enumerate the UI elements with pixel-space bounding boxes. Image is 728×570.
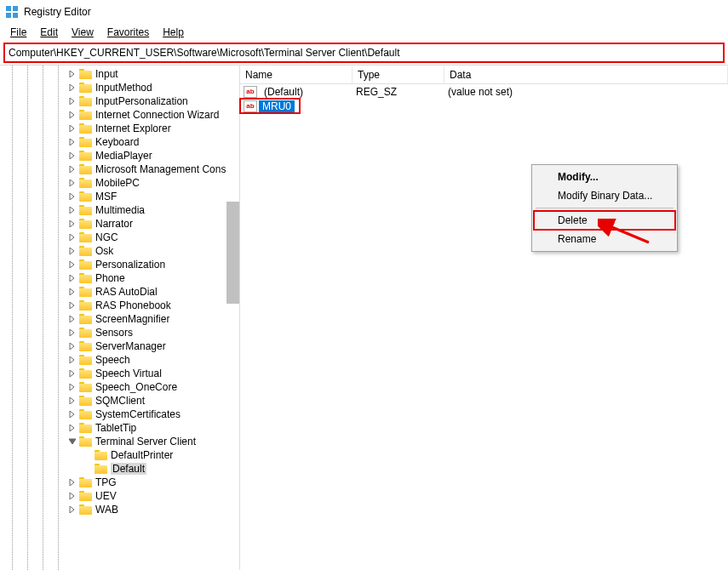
tree-item[interactable]: MobilePC [0, 176, 239, 190]
chevron-right-icon[interactable] [66, 177, 78, 189]
tree-item[interactable]: Speech [0, 353, 239, 367]
tree-item[interactable]: RAS Phonebook [0, 299, 239, 312]
tree-item[interactable]: MSF [0, 190, 239, 203]
folder-icon [79, 137, 92, 147]
cell-data: (value not set) [443, 86, 518, 98]
chevron-right-icon[interactable] [66, 136, 78, 148]
chevron-right-icon[interactable] [66, 163, 78, 175]
menu-edit[interactable]: Edit [33, 26, 65, 39]
chevron-right-icon[interactable] [66, 204, 78, 216]
menu-favorites[interactable]: Favorites [100, 26, 156, 39]
context-modify-binary[interactable]: Modify Binary Data... [534, 186, 675, 205]
chevron-right-icon[interactable] [66, 286, 78, 298]
col-header-type[interactable]: Type [353, 66, 444, 83]
chevron-right-icon[interactable] [66, 354, 78, 366]
folder-icon [79, 504, 92, 515]
tree-item[interactable]: Sensors [0, 326, 239, 339]
chevron-right-icon[interactable] [66, 327, 78, 339]
tree-item[interactable]: Keyboard [0, 135, 239, 149]
address-bar[interactable]: Computer\HKEY_CURRENT_USER\Software\Micr… [9, 47, 719, 59]
list-row[interactable]: ab(Default)REG_SZ(value not set) [240, 84, 728, 99]
tree-item[interactable]: Input [0, 67, 239, 81]
folder-icon [79, 355, 92, 365]
col-header-data[interactable]: Data [444, 66, 728, 83]
chevron-right-icon[interactable] [66, 504, 78, 516]
tree-item-label: RAS Phonebook [95, 299, 171, 311]
tree-item[interactable]: ScreenMagnifier [0, 312, 239, 326]
chevron-right-icon[interactable] [66, 231, 78, 243]
folder-icon [79, 96, 92, 106]
list-row[interactable]: abMRU0 [240, 99, 300, 113]
chevron-right-icon[interactable] [66, 395, 78, 407]
chevron-right-icon[interactable] [66, 191, 78, 202]
chevron-right-icon[interactable] [66, 150, 78, 162]
chevron-right-icon[interactable] [66, 109, 78, 121]
chevron-down-icon[interactable] [66, 436, 78, 447]
context-modify[interactable]: Modify... [534, 168, 675, 186]
menu-file[interactable]: File [3, 26, 33, 39]
folder-icon [79, 205, 92, 215]
tree-item[interactable]: SystemCertificates [0, 408, 239, 421]
chevron-right-icon[interactable] [66, 95, 78, 107]
context-delete[interactable]: Delete [534, 211, 675, 230]
tree-pane[interactable]: InputInputMethodInputPersonalizationInte… [0, 66, 240, 570]
chevron-right-icon[interactable] [66, 381, 78, 393]
chevron-right-icon[interactable] [66, 218, 78, 230]
tree-item[interactable]: InputPersonalization [0, 94, 239, 108]
menu-help[interactable]: Help [156, 26, 191, 39]
tree-item[interactable]: Internet Connection Wizard [0, 108, 239, 122]
chevron-right-icon[interactable] [66, 245, 78, 257]
folder-icon [79, 409, 92, 419]
tree-item[interactable]: Microsoft Management Cons [0, 162, 239, 176]
tree-item-label: InputPersonalization [95, 95, 188, 107]
chevron-right-icon[interactable] [66, 272, 78, 284]
tree-item[interactable]: MediaPlayer [0, 149, 239, 162]
tree-item[interactable]: WAB [0, 503, 239, 516]
tree-item[interactable]: RAS AutoDial [0, 285, 239, 299]
tree-item-label: RAS AutoDial [95, 286, 158, 298]
chevron-right-icon[interactable] [66, 313, 78, 325]
folder-icon [79, 259, 92, 270]
menu-view[interactable]: View [65, 26, 100, 39]
chevron-right-icon[interactable] [66, 490, 78, 502]
chevron-right-icon[interactable] [66, 68, 78, 80]
context-rename[interactable]: Rename [534, 230, 675, 248]
col-header-name[interactable]: Name [240, 66, 353, 83]
folder-icon [79, 396, 92, 406]
chevron-right-icon[interactable] [66, 476, 78, 488]
folder-icon [79, 273, 92, 283]
chevron-right-icon[interactable] [66, 422, 78, 434]
tree-item[interactable]: Personalization [0, 258, 239, 271]
tree-item[interactable]: InputMethod [0, 81, 239, 94]
chevron-right-icon[interactable] [66, 299, 78, 311]
chevron-right-icon[interactable] [66, 123, 78, 134]
tree-item-label: Keyboard [95, 136, 139, 148]
chevron-right-icon[interactable] [66, 368, 78, 379]
tree-item[interactable]: SQMClient [0, 394, 239, 408]
folder-icon [79, 178, 92, 188]
tree-item[interactable]: NGC [0, 231, 239, 244]
tree-item[interactable]: Internet Explorer [0, 122, 239, 135]
address-bar-highlight: Computer\HKEY_CURRENT_USER\Software\Micr… [3, 43, 725, 63]
tree-item[interactable]: Speech Virtual [0, 367, 239, 380]
tree-item[interactable]: TabletTip [0, 421, 239, 435]
tree-item[interactable]: Multimedia [0, 203, 239, 217]
chevron-right-icon[interactable] [66, 408, 78, 420]
tree-scrollbar[interactable] [226, 202, 239, 304]
tree-item[interactable]: Default [0, 462, 239, 476]
tree-item[interactable]: DefaultPrinter [0, 448, 239, 462]
tree-item[interactable]: UEV [0, 489, 239, 503]
tree-item[interactable]: ServerManager [0, 339, 239, 353]
tree-item[interactable]: Narrator [0, 217, 239, 231]
list-pane[interactable]: Name Type Data ab(Default)REG_SZ(value n… [240, 66, 728, 570]
chevron-right-icon[interactable] [66, 82, 78, 94]
tree-item[interactable]: Speech_OneCore [0, 380, 239, 394]
tree-item[interactable]: TPG [0, 476, 239, 489]
tree-item[interactable]: Terminal Server Client [0, 435, 239, 448]
chevron-right-icon[interactable] [66, 340, 78, 352]
tree-item[interactable]: Phone [0, 271, 239, 285]
tree-item[interactable]: Osk [0, 244, 239, 258]
folder-icon [79, 368, 92, 379]
context-separator [536, 208, 674, 208]
chevron-right-icon[interactable] [66, 259, 78, 271]
